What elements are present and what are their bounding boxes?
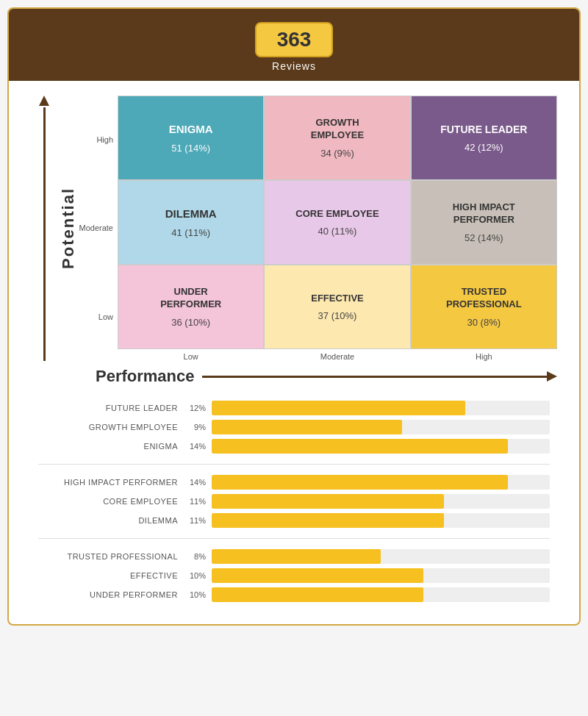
performance-row: Performance: [96, 367, 557, 386]
bar-fill: [212, 475, 508, 490]
cell-core-title: CORE EMPLOYEE: [295, 208, 379, 221]
bar-group-2: TRUSTED PROFESSIONAL8%EFFECTIVE10%UNDER …: [38, 549, 550, 602]
bar-track: [212, 420, 550, 434]
arrow-up-icon: [39, 96, 49, 106]
bar-row: DILEMMA11%: [38, 513, 550, 528]
bar-label: DILEMMA: [38, 516, 185, 525]
bar-label: HIGH IMPACT PERFORMER: [38, 478, 185, 487]
cell-underperformer-title: UNDERPERFORMER: [160, 286, 221, 311]
bar-pct-text: 10%: [185, 571, 212, 580]
cell-core-count: 40 (11%): [318, 226, 357, 237]
matrix-wrapper: Potential High Moderate Low ENIGMA 51 (1…: [31, 96, 557, 361]
cell-growth-count: 34 (9%): [320, 148, 354, 159]
bar-track: [212, 401, 550, 415]
bar-fill: [212, 494, 444, 509]
bar-track: [212, 549, 550, 564]
bar-track: [212, 439, 550, 454]
main-container: 363 Reviews Potential High Moderate Low: [7, 7, 581, 626]
bar-row: HIGH IMPACT PERFORMER14%: [38, 475, 550, 490]
bar-pct-text: 11%: [185, 497, 212, 506]
y-label-low: Low: [79, 273, 113, 361]
bar-label: FUTURE LEADER: [38, 404, 185, 412]
bar-fill: [212, 513, 444, 528]
performance-arrow: [202, 371, 557, 382]
cell-enigma-count: 51 (14%): [171, 143, 210, 154]
bar-label: CORE EMPLOYEE: [38, 497, 185, 506]
cell-trusted-professional: TRUSTEDPROFESSIONAL 30 (8%): [411, 265, 557, 349]
bar-fill: [212, 401, 465, 415]
bar-row: UNDER PERFORMER10%: [38, 587, 550, 602]
cell-hip-title: HIGH IMPACTPERFORMER: [453, 201, 515, 226]
bar-fill: [212, 587, 423, 602]
cell-dilemma-title: DILEMMA: [165, 207, 217, 221]
bar-label: EFFECTIVE: [38, 571, 185, 580]
cell-core-employee: CORE EMPLOYEE 40 (11%): [264, 180, 410, 265]
bar-group-1: HIGH IMPACT PERFORMER14%CORE EMPLOYEE11%…: [38, 475, 550, 528]
cell-enigma: ENIGMA 51 (14%): [118, 96, 264, 180]
bar-row: EFFECTIVE10%: [38, 568, 550, 583]
cell-dilemma-count: 41 (11%): [171, 227, 210, 238]
bar-fill: [212, 439, 508, 454]
cell-hip-count: 52 (14%): [465, 232, 503, 243]
potential-label: Potential: [59, 187, 78, 269]
bar-fill: [212, 568, 423, 583]
cell-effective: EFFECTIVE 37 (10%): [264, 265, 410, 349]
bar-label: GROWTH EMPLOYEE: [38, 423, 185, 432]
cell-trusted-title: TRUSTEDPROFESSIONAL: [446, 286, 522, 311]
potential-arrow: [39, 96, 49, 361]
x-label-low: Low: [118, 352, 264, 361]
grid-row-high: ENIGMA 51 (14%) GROWTHEMPLOYEE 34 (9%) F…: [118, 96, 557, 180]
bar-pct-text: 14%: [185, 442, 212, 451]
grid-area: ENIGMA 51 (14%) GROWTHEMPLOYEE 34 (9%) F…: [118, 96, 557, 361]
cell-enigma-title: ENIGMA: [169, 122, 213, 137]
bar-group-0: FUTURE LEADER12%GROWTH EMPLOYEE9%ENIGMA1…: [38, 401, 550, 454]
bar-fill: [212, 549, 381, 564]
bar-label: ENIGMA: [38, 442, 185, 451]
cell-effective-count: 37 (10%): [318, 310, 357, 321]
grid-row-moderate: DILEMMA 41 (11%) CORE EMPLOYEE 40 (11%) …: [118, 180, 557, 265]
bar-pct-text: 8%: [185, 552, 212, 561]
bar-track: [212, 513, 550, 528]
grid-row-low: UNDERPERFORMER 36 (10%) EFFECTIVE 37 (10…: [118, 265, 557, 349]
x-label-moderate: Moderate: [264, 352, 410, 361]
bar-row: ENIGMA14%: [38, 439, 550, 454]
bar-row: CORE EMPLOYEE11%: [38, 494, 550, 509]
cell-future-leader-title: FUTURE LEADER: [440, 123, 527, 136]
arrow-line-h: [202, 376, 547, 378]
cell-trusted-count: 30 (8%): [467, 317, 501, 328]
bar-pct-text: 9%: [185, 423, 212, 432]
y-label-high: High: [79, 96, 113, 184]
bar-pct-text: 11%: [185, 516, 212, 525]
performance-label: Performance: [96, 367, 195, 386]
bar-label: UNDER PERFORMER: [38, 590, 185, 599]
bar-track: [212, 494, 550, 509]
bar-track: [212, 475, 550, 490]
bar-row: TRUSTED PROFESSIONAL8%: [38, 549, 550, 564]
cell-future-leader: FUTURE LEADER 42 (12%): [411, 96, 557, 180]
bar-track: [212, 568, 550, 583]
cell-high-impact-performer: HIGH IMPACTPERFORMER 52 (14%): [411, 180, 557, 265]
cell-dilemma: DILEMMA 41 (11%): [118, 180, 264, 265]
potential-axis-col: [31, 96, 57, 361]
cell-future-leader-count: 42 (12%): [465, 142, 503, 153]
divider: [38, 464, 550, 465]
bar-row: GROWTH EMPLOYEE9%: [38, 420, 550, 434]
reviews-label: Reviews: [9, 60, 579, 72]
review-count-badge: 363: [255, 22, 334, 57]
x-labels: Low Moderate High: [118, 352, 557, 361]
header: 363 Reviews: [9, 9, 579, 81]
cell-underperformer-count: 36 (10%): [171, 317, 210, 328]
bar-pct-text: 14%: [185, 478, 212, 487]
cell-effective-title: EFFECTIVE: [311, 293, 364, 305]
y-labels: High Moderate Low: [79, 96, 118, 361]
bar-chart-section: FUTURE LEADER12%GROWTH EMPLOYEE9%ENIGMA1…: [9, 393, 579, 624]
bar-label: TRUSTED PROFESSIONAL: [38, 552, 185, 561]
cell-growth-employee: GROWTHEMPLOYEE 34 (9%): [264, 96, 410, 180]
arrow-right-head-icon: [547, 371, 557, 382]
cell-growth-title: GROWTHEMPLOYEE: [311, 117, 364, 142]
bar-pct-text: 12%: [185, 404, 212, 412]
y-label-moderate: Moderate: [79, 184, 113, 272]
matrix-section: Potential High Moderate Low ENIGMA 51 (1…: [9, 81, 579, 386]
cell-under-performer: UNDERPERFORMER 36 (10%): [118, 265, 264, 349]
potential-text-col: Potential: [57, 96, 79, 361]
